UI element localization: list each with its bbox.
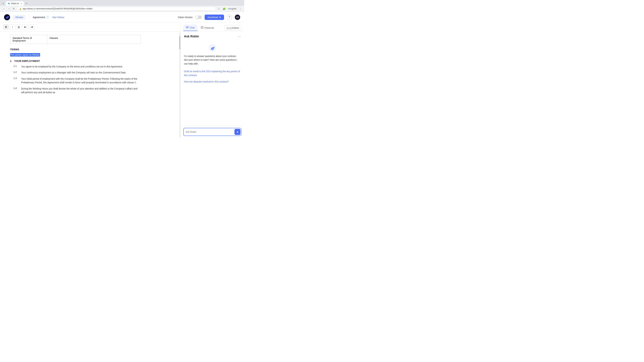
menu-button[interactable]: ⋮ [238,7,242,11]
address-bar: ← → ↻ 🔒 app.robinai.co.uk/review/contrac… [0,6,244,12]
list-item: 1.2 Your continuous employment as a Mana… [10,71,141,74]
toggle-knob [196,16,198,18]
clean-version-toggle[interactable] [195,15,202,19]
chat-icon [186,26,189,29]
item-text: During the Working Hours you shall devot… [21,87,141,94]
highlighted-paragraph: The parties agree as follows: [10,53,141,56]
doc-file-icon: 📄 [46,16,49,18]
document-title: Agreement 📄 [33,16,49,18]
send-button[interactable]: ➤ [234,129,240,135]
playbook-icon [201,26,204,29]
new-tab-button[interactable]: + [24,1,29,6]
item-number: 1.4 [14,87,18,94]
user-avatar-button[interactable]: LD [235,14,240,20]
more-options-button[interactable]: ⋯ [238,34,241,38]
avatar-initials: LD [236,16,239,18]
url-bar[interactable]: 🔒 app.robinai.co.uk/review/contract/Q29u… [17,7,216,11]
svg-point-1 [8,16,8,17]
tab-actions[interactable]: [ ] [ ] Actions [224,25,242,31]
tab-bar: ▾ 🐦 Robin AI ✕ + [0,0,244,6]
section-1: 1 YOUR EMPLOYMENT 1.1 You agree to be em… [10,59,141,94]
table-cell-label: Standard Terms of Employment [10,35,47,44]
actions-bracket-icon: [ ] [227,27,228,29]
robin-logo-icon [4,14,10,20]
ask-robin-header: Ask Robin ⋯ [184,34,241,38]
download-icon: ⬇ [219,16,221,18]
active-tab[interactable]: 🐦 Robin AI ✕ [6,1,24,6]
document-content[interactable]: Standard Terms of Employment Clauses TER… [0,31,151,104]
question-mark-icon: ? [229,16,230,19]
doc-title-text: Agreement [33,16,45,18]
item-text: You agree to be employed by the Company … [21,65,123,68]
robin-ai-icon [209,44,216,52]
item-number: 1.1 [14,65,18,68]
tab-list-button[interactable]: ▾ [2,2,4,5]
robin-icon-area [184,44,241,52]
suggested-question-1[interactable]: Draft an email to the CEO explaining the… [184,69,241,77]
section-1-title: 1 YOUR EMPLOYMENT [10,59,141,62]
tab-playbook[interactable]: Playbook [198,25,217,31]
svg-point-4 [213,47,214,48]
tab-chat[interactable]: Chat [183,25,198,31]
sidebar-tabs: Chat Playbook [ ] [ ] Actions [180,23,244,31]
clause-6-link[interactable]: 6 [134,81,136,84]
see-history-button[interactable]: See History [52,16,64,18]
editor-area: B i U ⇤ ⇥ Standard Terms of Employment C [0,23,180,137]
clean-version-label: Clean Version [178,16,192,18]
download-button[interactable]: Download ⬇ [204,14,224,20]
terms-heading: TERMS [10,48,141,51]
italic-button[interactable]: i [10,24,15,30]
extensions-button[interactable]: 🧩 [222,7,226,11]
lock-icon: 🔒 [19,8,22,10]
app-header: Review Agreement 📄 See History Clean Ver… [0,12,244,23]
item-text: Your continuous employment as a Manager … [21,71,126,74]
scrollbar-track[interactable] [179,33,180,137]
forward-button[interactable]: → [7,7,11,11]
header-right: Clean Version Download ⬇ ? LD [178,14,240,20]
ask-robin-title: Ask Robin [184,35,199,38]
section-1-number: 1 [10,59,12,62]
download-label: Download [208,16,218,18]
section-1-heading: YOUR EMPLOYMENT [14,59,40,62]
help-button[interactable]: ? [227,14,232,20]
incognito-indicator: Incognito [228,7,237,10]
table-row: Standard Terms of Employment Clauses [10,35,141,44]
tab-playbook-label: Playbook [204,26,214,29]
sidebar-input-area: ➤ [180,126,244,137]
scrollbar-thumb[interactable] [179,36,180,49]
list-item: 1.4 During the Working Hours you shall d… [10,87,141,94]
tab-close-button[interactable]: ✕ [20,3,22,4]
indent-increase-button[interactable]: ⇥ [29,24,34,30]
send-icon: ➤ [236,130,239,134]
table-cell-value: Clauses [47,35,141,44]
highlighted-text: The parties agree as follows: [10,53,40,56]
right-sidebar: Chat Playbook [ ] [ ] Actions Ask Robin [180,23,244,137]
browser-chrome: ▾ 🐦 Robin AI ✕ + ← → ↻ 🔒 app.robinai.co.… [0,0,244,12]
suggested-question-2[interactable]: How are disputes resolved in this contra… [184,80,241,83]
item-text: Your initial period of employment with t… [21,77,141,84]
formatting-toolbar: B i U ⇤ ⇥ [0,23,180,31]
browser-actions: ☆ 🧩 Incognito ⋮ [217,7,242,11]
ask-robin-input[interactable] [186,131,233,133]
url-text: app.robinai.co.uk/review/contract/Q29udH… [23,7,92,10]
review-button[interactable]: Review [13,15,26,19]
main-layout: B i U ⇤ ⇥ Standard Terms of Employment C [0,23,244,137]
list-item: 1.3 Your initial period of employment wi… [10,77,141,84]
back-button[interactable]: ← [2,7,6,11]
logo [4,14,10,20]
item-number: 1.3 [14,77,18,84]
bold-button[interactable]: B [3,24,9,30]
ask-input-wrapper: ➤ [183,128,242,136]
robin-intro-text: I'm ready to answer questions about your… [184,54,241,65]
sidebar-body: Ask Robin ⋯ I'm ready to answer question… [180,31,244,126]
tab-chat-label: Chat [190,26,195,29]
item-number: 1.2 [14,71,18,74]
underline-button[interactable]: U [16,24,22,30]
tab-title: Robin AI [11,2,19,5]
indent-decrease-button[interactable]: ⇤ [22,24,28,30]
tab-actions-label: [ ] Actions [230,27,239,29]
terms-table: Standard Terms of Employment Clauses [10,35,141,44]
reload-button[interactable]: ↻ [12,7,16,11]
tab-favicon: 🐦 [8,2,10,5]
bookmark-button[interactable]: ☆ [217,7,221,11]
